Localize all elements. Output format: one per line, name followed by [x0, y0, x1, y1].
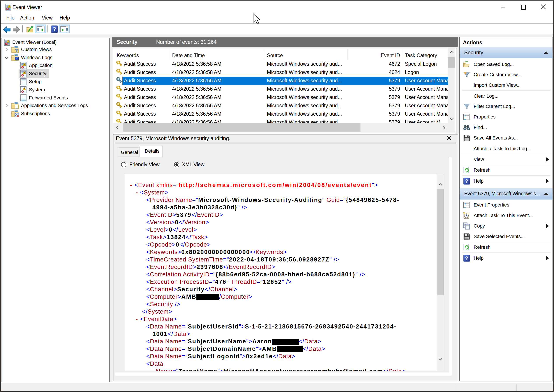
svg-text:?: ? [465, 178, 468, 184]
svg-text:?: ? [53, 26, 56, 32]
svg-text:?: ? [465, 256, 468, 261]
